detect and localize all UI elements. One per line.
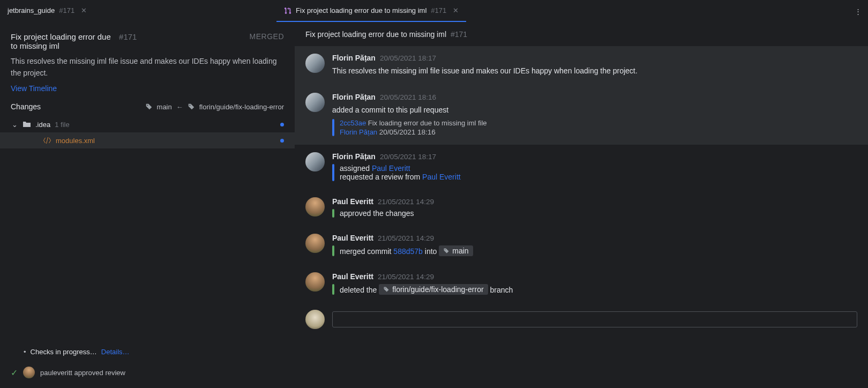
user-link[interactable]: Paul Everitt	[422, 173, 461, 181]
action-prefix: assigned	[340, 164, 372, 173]
action-prefix: deleted the	[340, 286, 379, 294]
pr-title: Fix project loading error due to missing…	[11, 32, 115, 50]
avatar	[23, 367, 35, 378]
event-timestamp: 21/05/2021 14:29	[378, 198, 434, 206]
branch-name: main	[452, 247, 468, 255]
tag-icon	[145, 103, 153, 110]
comment-compose	[295, 303, 868, 340]
branch-chip: florin/guide/fix-loading-error	[379, 284, 488, 295]
avatar	[305, 152, 325, 171]
tag-icon	[443, 248, 450, 254]
change-marker-icon	[280, 123, 284, 126]
event-timestamp: 21/05/2021 14:29	[378, 273, 434, 281]
bullet-icon: •	[24, 348, 26, 356]
chevron-down-icon: ⌄	[11, 121, 18, 129]
event-author: Florin Pățan	[332, 93, 376, 101]
event-author: Paul Everitt	[332, 234, 373, 242]
avatar	[305, 197, 325, 217]
event-timestamp: 21/05/2021 14:29	[378, 234, 434, 242]
timeline-event: Florin Pățan 20/05/2021 18:16 added a co…	[295, 85, 868, 145]
tag-icon	[188, 103, 195, 110]
file-name: modules.xml	[56, 137, 95, 145]
branch-indicator: main ← florin/guide/fix-loading-error	[145, 103, 284, 111]
indicator-bar	[332, 245, 334, 256]
pull-request-icon	[284, 7, 291, 14]
action-suffix: branch	[490, 286, 513, 294]
checks-status: Checks in progress…	[31, 348, 97, 356]
change-marker-icon	[280, 139, 284, 143]
timeline-panel: Fix project loading error due to missing…	[295, 23, 868, 388]
source-branch: florin/guide/fix-loading-error	[199, 103, 284, 111]
indicator-bar	[332, 209, 334, 218]
branch-name: florin/guide/fix-loading-error	[392, 285, 483, 294]
branch-chip: main	[439, 245, 473, 256]
tab-number: #171	[59, 6, 74, 14]
indicator-bar	[332, 164, 334, 181]
overflow-menu-icon[interactable]: ⋮	[855, 7, 862, 15]
target-branch: main	[157, 103, 172, 111]
event-author: Paul Everitt	[332, 272, 373, 281]
checks-details-link[interactable]: Details…	[101, 348, 130, 356]
event-author: Florin Pățan	[332, 152, 376, 161]
tabs-bar: jetbrains_guide #171 ✕ Fix project loadi…	[0, 0, 868, 23]
event-action: added a commit to this pull request	[332, 105, 680, 116]
tab-number: #171	[431, 6, 446, 14]
pr-overview-panel: Fix project loading error due to missing…	[0, 23, 295, 388]
user-link[interactable]: Paul Everitt	[372, 164, 410, 173]
timeline-event: Florin Pățan 20/05/2021 18:17 assigned P…	[295, 145, 868, 190]
indicator-bar	[332, 284, 334, 295]
timeline-event: Paul Everitt 21/05/2021 14:29 approved t…	[295, 190, 868, 226]
avatar	[305, 272, 325, 292]
folder-name: .idea	[35, 121, 50, 129]
commit-hash-link[interactable]: 588d57b	[393, 247, 423, 256]
review-status-text: pauleveritt approved review	[40, 369, 125, 377]
tab-title: Fix project loading error due to missing…	[296, 6, 426, 14]
tab-pr-detail[interactable]: Fix project loading error due to missing…	[276, 0, 466, 22]
commit-message: Fix loading error due to missing iml fil…	[368, 119, 487, 127]
pr-status-badge: MERGED	[250, 32, 284, 41]
changes-heading: Changes	[11, 102, 140, 111]
tab-repo[interactable]: jetbrains_guide #171 ✕	[0, 0, 94, 22]
close-icon[interactable]: ✕	[453, 6, 459, 14]
avatar	[305, 93, 325, 112]
comment-input[interactable]	[332, 311, 857, 327]
pr-description: This resolves the missing iml file issue…	[11, 56, 284, 79]
action-middle: into	[423, 247, 439, 256]
event-author: Florin Pățan	[332, 54, 376, 62]
tab-title: jetbrains_guide	[8, 6, 55, 14]
close-icon[interactable]: ✕	[81, 6, 87, 14]
event-timestamp: 20/05/2021 18:16	[380, 93, 436, 101]
event-description: This resolves the missing iml file issue…	[332, 65, 680, 77]
avatar	[305, 310, 325, 329]
tree-file-row[interactable]: modules.xml	[0, 132, 295, 148]
event-timestamp: 20/05/2021 18:17	[380, 54, 436, 62]
xml-file-icon	[43, 136, 51, 145]
event-action: approved the changes	[340, 209, 414, 218]
check-icon: ✓	[11, 368, 18, 378]
action-prefix: requested a review from	[340, 173, 422, 181]
avatar	[305, 234, 325, 253]
view-timeline-link[interactable]: View Timeline	[11, 84, 57, 93]
event-author: Paul Everitt	[332, 197, 373, 206]
file-count: 1 file	[55, 121, 69, 129]
timeline-event: Florin Pățan 20/05/2021 18:17 This resol…	[295, 46, 868, 85]
tag-icon	[383, 286, 390, 293]
arrow-left-icon: ←	[176, 103, 183, 111]
timeline-event: Paul Everitt 21/05/2021 14:29 merged com…	[295, 226, 868, 265]
thread-title: Fix project loading error due to missing…	[305, 30, 446, 39]
timeline-event: Paul Everitt 21/05/2021 14:29 deleted th…	[295, 265, 868, 303]
pr-number: #171	[119, 32, 137, 41]
action-prefix: merged commit	[340, 247, 393, 256]
folder-icon	[23, 120, 31, 129]
avatar	[305, 54, 325, 73]
tree-folder-row[interactable]: ⌄ .idea 1 file	[11, 116, 295, 132]
indicator-bar	[332, 119, 334, 136]
commit-hash-link[interactable]: 2cc53ae	[340, 119, 366, 127]
commit-timestamp: 20/05/2021 18:16	[379, 128, 436, 136]
file-tree: ⌄ .idea 1 file modules.xml	[0, 116, 295, 148]
thread-number: #171	[451, 30, 467, 39]
commit-author-link[interactable]: Florin Pățan	[340, 128, 377, 136]
event-timestamp: 20/05/2021 18:17	[380, 153, 436, 161]
